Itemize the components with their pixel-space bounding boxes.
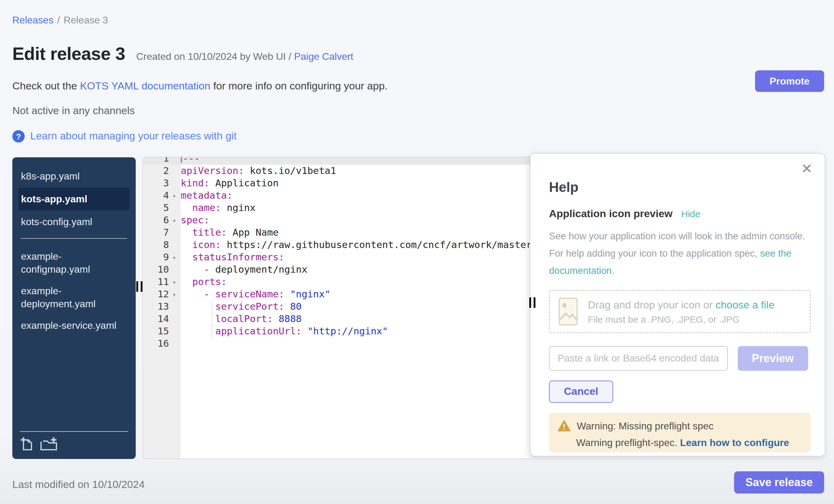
yaml-key: apiVersion: xyxy=(181,165,244,176)
fold-arrow-icon[interactable]: ▾ xyxy=(169,190,179,202)
line-number: 5 xyxy=(143,202,169,214)
fold-arrow-icon[interactable]: ▾ xyxy=(169,276,179,289)
code-line[interactable]: 5 name: nginx xyxy=(143,202,530,214)
git-help-row: ? Learn about managing your releases wit… xyxy=(12,130,237,143)
code-line[interactable]: 1--- xyxy=(143,157,530,165)
line-number: 16 xyxy=(143,337,169,350)
code-text: icon: https://raw.githubusercontent.com/… xyxy=(179,239,530,250)
code-line[interactable]: 6▾spec: xyxy=(143,214,530,226)
code-text: applicationUrl: "http://nginx" xyxy=(179,326,388,337)
doc-text-post: for more info on configuring your app. xyxy=(210,80,388,92)
file-item-k8s-app.yaml[interactable]: k8s-app.yaml xyxy=(19,166,130,186)
code-text: apiVersion: kots.io/v1beta1 xyxy=(179,165,336,176)
fold-arrow-icon[interactable]: ▾ xyxy=(169,215,179,227)
yaml-text: deployment/nginx xyxy=(215,264,308,275)
code-line[interactable]: 4▾metadata: xyxy=(143,190,530,202)
warning-title: Warning: Missing preflight spec xyxy=(577,420,714,432)
code-text: kind: Application xyxy=(179,178,279,189)
file-item-example-configmap.yaml[interactable]: example-configmap.yaml xyxy=(19,246,130,280)
file-item-kots-app.yaml[interactable]: kots-app.yaml xyxy=(19,188,130,210)
code-text: name: nginx xyxy=(179,202,256,214)
fold-arrow-icon[interactable]: ▾ xyxy=(169,252,179,264)
line-number: 11 xyxy=(143,276,169,288)
new-file-icon[interactable] xyxy=(20,437,34,452)
code-text: metadata: xyxy=(179,190,233,201)
hide-link[interactable]: Hide xyxy=(681,209,700,219)
choose-file-link[interactable]: choose a file xyxy=(716,299,774,311)
file-item-example-deployment.yaml[interactable]: example-deployment.yaml xyxy=(19,281,130,314)
code-line[interactable]: 11▾ ports: xyxy=(143,276,530,288)
fold-arrow-icon[interactable]: ▾ xyxy=(169,289,179,301)
code-text: --- xyxy=(179,157,200,164)
breadcrumb: Releases/Release 3 xyxy=(12,15,108,26)
close-icon[interactable]: ✕ xyxy=(801,162,812,176)
sidebar-resize-handle[interactable] xyxy=(136,281,142,292)
yaml-text xyxy=(181,289,204,300)
created-text: Created on 10/10/2024 by Web UI / xyxy=(136,51,294,62)
code-line[interactable]: 9▾ statusInformers: xyxy=(143,251,530,263)
code-line[interactable]: 7 title: App Name xyxy=(143,226,530,239)
code-line[interactable]: 2apiVersion: kots.io/v1beta1 xyxy=(143,165,530,177)
icon-preview-description: See how your application icon will look … xyxy=(549,228,811,280)
yaml-text xyxy=(181,202,192,214)
code-line[interactable]: 13 servicePort: 80 xyxy=(143,301,530,313)
icon-drop-zone[interactable]: Drag and drop your icon or choose a file… xyxy=(549,290,811,333)
yaml-value-literal: "nginx" xyxy=(284,289,330,300)
line-number: 1 xyxy=(143,157,169,165)
yaml-text xyxy=(181,252,192,263)
yaml-key: name: xyxy=(192,202,221,214)
yaml-text xyxy=(181,239,192,250)
code-line[interactable]: 8 icon: https://raw.githubusercontent.co… xyxy=(143,239,530,251)
line-number: 6 xyxy=(143,214,169,226)
yaml-key: kind: xyxy=(181,178,210,189)
author-link[interactable]: Paige Calvert xyxy=(294,51,353,62)
code-line[interactable]: 16 xyxy=(143,337,530,350)
breadcrumb-separator: / xyxy=(57,15,60,25)
file-item-kots-config.yaml[interactable]: kots-config.yaml xyxy=(19,212,130,232)
git-releases-link[interactable]: Learn about managing your releases with … xyxy=(30,130,237,143)
yaml-key: - xyxy=(204,264,215,275)
yaml-value-literal: "http://nginx" xyxy=(302,326,388,337)
code-line[interactable]: 10 - deployment/nginx xyxy=(143,263,530,276)
desc-text-post: . xyxy=(612,265,614,276)
yaml-text xyxy=(181,264,204,275)
code-line[interactable]: 12▾ - serviceName: "nginx" xyxy=(143,288,530,301)
breadcrumb-releases-link[interactable]: Releases xyxy=(12,15,53,25)
warning-triangle-icon xyxy=(558,420,571,432)
yaml-key: metadata: xyxy=(181,190,233,201)
file-list-divider xyxy=(21,238,127,239)
cancel-button[interactable]: Cancel xyxy=(549,380,613,403)
yaml-text xyxy=(181,313,215,325)
preview-button[interactable]: Preview xyxy=(738,346,808,371)
new-folder-icon[interactable] xyxy=(40,437,57,452)
file-item-example-service.yaml[interactable]: example-service.yaml xyxy=(19,315,130,335)
icon-url-input[interactable] xyxy=(549,346,728,371)
line-number: 10 xyxy=(143,263,169,276)
yaml-key: applicationUrl: xyxy=(215,326,302,337)
breadcrumb-current: Release 3 xyxy=(64,15,108,25)
kots-yaml-doc-link[interactable]: KOTS YAML documentation xyxy=(80,80,210,92)
code-text: ports: xyxy=(179,276,227,287)
code-line[interactable]: 14 localPort: 8888 xyxy=(143,313,530,325)
save-release-button[interactable]: Save release xyxy=(734,471,824,494)
code-line[interactable]: 15 applicationUrl: "http://nginx" xyxy=(143,325,530,337)
created-info: Created on 10/10/2024 by Web UI / Paige … xyxy=(136,51,353,62)
line-number: 14 xyxy=(143,313,169,325)
help-panel-resize-handle[interactable] xyxy=(529,297,535,308)
line-number: 3 xyxy=(143,177,169,190)
yaml-text xyxy=(181,227,192,238)
file-list: k8s-app.yamlkots-app.yamlkots-config.yam… xyxy=(12,157,136,426)
yaml-key: statusInformers: xyxy=(192,252,284,263)
line-number: 15 xyxy=(143,325,169,337)
yaml-text xyxy=(181,276,192,287)
yaml-key: servicePort: xyxy=(215,301,284,312)
doc-info-line: Check out the KOTS YAML documentation fo… xyxy=(12,80,388,92)
icon-preview-section-header: Application icon preview Hide xyxy=(549,208,808,220)
code-editor[interactable]: 1---2apiVersion: kots.io/v1beta13kind: A… xyxy=(142,157,530,459)
channel-status: Not active in any channels xyxy=(12,105,135,117)
code-line[interactable]: 3kind: Application xyxy=(143,177,530,190)
code-lines: 1---2apiVersion: kots.io/v1beta13kind: A… xyxy=(143,157,530,350)
learn-configure-link[interactable]: Learn how to configure xyxy=(680,437,789,448)
line-number: 8 xyxy=(143,239,169,251)
promote-button[interactable]: Promote xyxy=(755,70,824,92)
